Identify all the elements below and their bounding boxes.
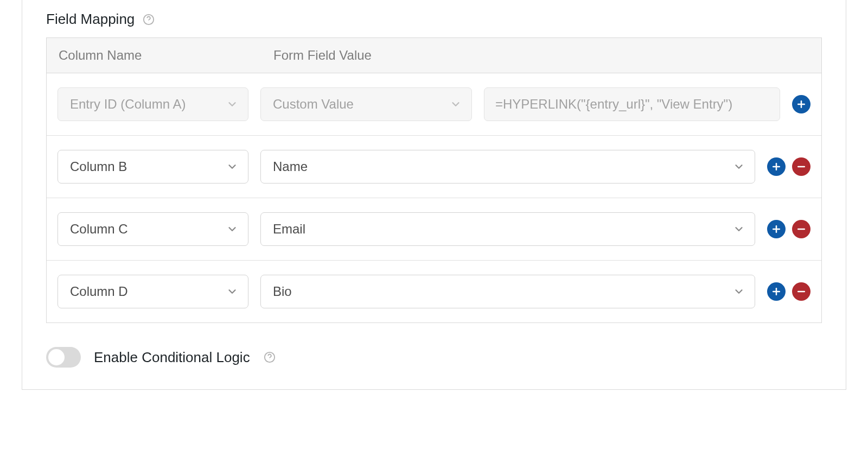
column-name-value: Column C bbox=[70, 222, 128, 237]
column-name-value: Column D bbox=[70, 284, 128, 299]
form-field-value: Bio bbox=[273, 284, 292, 299]
header-column-name: Column Name bbox=[59, 48, 273, 63]
mapping-row: Entry ID (Column A) Custom Value bbox=[47, 73, 821, 136]
chevron-down-icon bbox=[733, 161, 745, 173]
mapping-row: Column B Name bbox=[47, 136, 821, 198]
mapping-row: Column C Email bbox=[47, 198, 821, 261]
chevron-down-icon bbox=[226, 98, 238, 110]
section-title: Field Mapping bbox=[46, 11, 135, 28]
form-field-select[interactable]: Name bbox=[260, 150, 755, 184]
add-row-button[interactable] bbox=[767, 282, 786, 301]
add-row-button[interactable] bbox=[767, 157, 786, 176]
add-row-button[interactable] bbox=[767, 220, 786, 238]
form-field-select[interactable]: Email bbox=[260, 212, 755, 246]
form-field-select: Custom Value bbox=[260, 87, 472, 121]
conditional-logic-row: Enable Conditional Logic bbox=[46, 323, 822, 368]
section-header-row: Field Mapping bbox=[46, 0, 822, 37]
form-field-value: Name bbox=[273, 159, 308, 174]
column-name-select[interactable]: Column C bbox=[58, 212, 248, 246]
svg-point-14 bbox=[269, 359, 270, 360]
chevron-down-icon bbox=[226, 223, 238, 235]
column-name-select[interactable]: Column B bbox=[58, 150, 248, 184]
column-name-select: Entry ID (Column A) bbox=[58, 87, 248, 121]
header-form-field-value: Form Field Value bbox=[273, 48, 809, 63]
remove-row-button[interactable] bbox=[792, 282, 810, 301]
chevron-down-icon bbox=[450, 98, 462, 110]
remove-row-button[interactable] bbox=[792, 220, 810, 238]
help-icon[interactable] bbox=[263, 351, 276, 364]
chevron-down-icon bbox=[226, 286, 238, 298]
svg-point-1 bbox=[149, 22, 149, 22]
remove-row-button[interactable] bbox=[792, 157, 810, 176]
chevron-down-icon bbox=[733, 286, 745, 298]
column-name-value: Entry ID (Column A) bbox=[70, 97, 186, 112]
custom-value-input[interactable] bbox=[484, 87, 780, 121]
help-icon[interactable] bbox=[142, 13, 155, 26]
field-mapping-table: Column Name Form Field Value Entry ID (C… bbox=[46, 37, 822, 323]
column-name-select[interactable]: Column D bbox=[58, 275, 248, 308]
form-field-select[interactable]: Bio bbox=[260, 275, 755, 308]
column-name-value: Column B bbox=[70, 159, 127, 174]
toggle-knob bbox=[48, 349, 65, 365]
form-field-value: Email bbox=[273, 222, 305, 237]
chevron-down-icon bbox=[226, 161, 238, 173]
conditional-logic-label: Enable Conditional Logic bbox=[94, 349, 250, 366]
conditional-logic-toggle[interactable] bbox=[46, 347, 81, 368]
mapping-row: Column D Bio bbox=[47, 261, 821, 322]
add-row-button[interactable] bbox=[792, 95, 810, 113]
settings-panel: Field Mapping Column Name Form Field Val… bbox=[22, 0, 846, 390]
table-header-row: Column Name Form Field Value bbox=[47, 38, 821, 73]
form-field-value: Custom Value bbox=[273, 97, 354, 112]
chevron-down-icon bbox=[733, 223, 745, 235]
